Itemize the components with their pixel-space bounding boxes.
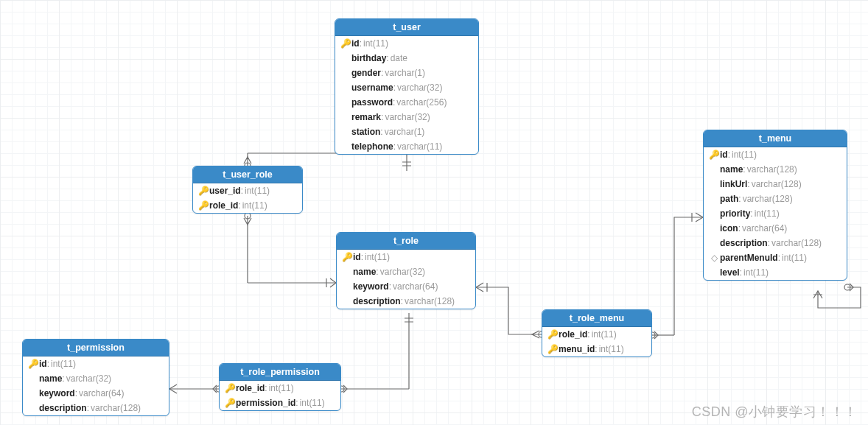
field-name: description bbox=[353, 295, 401, 307]
field-row: path:varchar(128) bbox=[704, 192, 847, 206]
entity-t-role-menu[interactable]: t_role_menu 🔑role_id:int(11)🔑menu_id:int… bbox=[542, 309, 652, 357]
field-name: level bbox=[720, 267, 740, 278]
entity-t-role[interactable]: t_role 🔑id:int(11)name:varchar(32)keywor… bbox=[336, 232, 476, 309]
field-type: varchar(128) bbox=[405, 295, 455, 307]
field-separator: : bbox=[401, 295, 403, 307]
field-row: level:int(11) bbox=[704, 265, 847, 280]
field-row: birthday:date bbox=[335, 51, 478, 66]
field-type: varchar(256) bbox=[396, 96, 447, 108]
field-list: 🔑id:int(11)name:varchar(128)linkUrl:varc… bbox=[704, 147, 847, 280]
entity-t-user-role[interactable]: t_user_role 🔑user_id:int(11)🔑role_id:int… bbox=[192, 166, 303, 214]
field-name: path bbox=[720, 193, 738, 205]
field-name: keyword bbox=[39, 387, 75, 399]
field-row: icon:varchar(64) bbox=[704, 221, 847, 236]
field-separator: : bbox=[380, 126, 382, 138]
field-separator: : bbox=[376, 266, 378, 278]
field-list: 🔑role_id:int(11)🔑menu_id:int(11) bbox=[542, 327, 651, 356]
field-type: varchar(1) bbox=[385, 126, 425, 138]
entity-t-role-permission[interactable]: t_role_permission 🔑role_id:int(11)🔑permi… bbox=[219, 363, 341, 411]
field-row: 🔑role_id:int(11) bbox=[193, 198, 302, 213]
key-icon: 🔑 bbox=[224, 397, 236, 409]
field-name: station bbox=[351, 126, 380, 138]
field-name: telephone bbox=[351, 141, 393, 152]
field-type: varchar(1) bbox=[385, 67, 425, 79]
field-row: linkUrl:varchar(128) bbox=[704, 177, 847, 192]
field-type: varchar(64) bbox=[742, 222, 787, 234]
key-icon: 🔑 bbox=[340, 38, 351, 49]
field-type: int(11) bbox=[245, 185, 270, 197]
field-type: varchar(32) bbox=[380, 266, 425, 278]
entity-t-permission[interactable]: t_permission 🔑id:int(11)name:varchar(32)… bbox=[22, 339, 169, 416]
field-row: username:varchar(32) bbox=[335, 80, 478, 95]
field-row: description:varchar(128) bbox=[337, 294, 475, 309]
entity-title: t_menu bbox=[704, 130, 847, 147]
key-icon: 🔑 bbox=[224, 382, 236, 394]
key-icon: 🔑 bbox=[27, 358, 39, 370]
field-type: varchar(32) bbox=[385, 111, 430, 123]
field-separator: : bbox=[62, 373, 64, 384]
field-row: name:varchar(128) bbox=[704, 162, 847, 177]
entity-title: t_role_permission bbox=[220, 364, 340, 381]
field-type: varchar(32) bbox=[66, 373, 111, 384]
field-separator: : bbox=[587, 329, 589, 340]
field-row: priority:int(11) bbox=[704, 206, 847, 221]
field-separator: : bbox=[295, 397, 298, 409]
field-name: linkUrl bbox=[720, 178, 747, 190]
field-name: name bbox=[39, 373, 62, 384]
field-name: role_id bbox=[559, 329, 587, 340]
field-name: keyword bbox=[353, 281, 389, 292]
entity-title: t_user_role bbox=[193, 166, 302, 183]
key-icon: 🔑 bbox=[547, 343, 559, 355]
field-separator: : bbox=[747, 178, 749, 190]
entity-t-user[interactable]: t_user 🔑id:int(11)birthday:dategender:va… bbox=[335, 18, 479, 155]
field-row: gender:varchar(1) bbox=[335, 66, 478, 80]
field-type: int(11) bbox=[599, 343, 624, 355]
field-name: menu_id bbox=[559, 343, 595, 355]
field-type: int(11) bbox=[743, 267, 769, 278]
field-separator: : bbox=[393, 96, 395, 108]
field-type: varchar(11) bbox=[397, 141, 442, 152]
field-name: name bbox=[720, 164, 743, 175]
field-type: varchar(32) bbox=[397, 82, 442, 94]
field-type: varchar(128) bbox=[771, 237, 822, 249]
field-list: 🔑id:int(11)name:varchar(32)keyword:varch… bbox=[23, 356, 169, 415]
field-row: description:varchar(128) bbox=[23, 401, 169, 415]
field-row: name:varchar(32) bbox=[337, 264, 475, 279]
field-separator: : bbox=[393, 141, 396, 152]
field-separator: : bbox=[728, 149, 730, 161]
field-type: varchar(128) bbox=[747, 164, 797, 175]
field-separator: : bbox=[750, 208, 752, 219]
entity-title: t_role bbox=[337, 233, 475, 250]
field-separator: : bbox=[738, 222, 741, 234]
field-row: name:varchar(32) bbox=[23, 371, 169, 386]
field-list: 🔑id:int(11)name:varchar(32)keyword:varch… bbox=[337, 250, 475, 309]
field-name: username bbox=[351, 82, 393, 94]
field-row: keyword:varchar(64) bbox=[337, 279, 475, 294]
field-row: station:varchar(1) bbox=[335, 124, 478, 139]
field-name: password bbox=[351, 96, 393, 108]
field-type: int(11) bbox=[592, 329, 617, 340]
field-row: 🔑id:int(11) bbox=[337, 250, 475, 264]
field-separator: : bbox=[393, 82, 396, 94]
field-name: role_id bbox=[236, 382, 265, 394]
field-name: gender bbox=[351, 67, 381, 79]
field-row: telephone:varchar(11) bbox=[335, 139, 478, 154]
field-separator: : bbox=[241, 185, 243, 197]
diamond-icon: ◇ bbox=[708, 252, 720, 264]
field-separator: : bbox=[47, 358, 49, 370]
field-separator: : bbox=[778, 252, 780, 264]
field-row: 🔑id:int(11) bbox=[23, 356, 169, 371]
key-icon: 🔑 bbox=[708, 149, 720, 161]
field-name: id bbox=[351, 38, 360, 49]
field-row: 🔑menu_id:int(11) bbox=[542, 342, 651, 356]
entity-title: t_permission bbox=[23, 340, 169, 356]
field-type: date bbox=[391, 52, 407, 64]
field-separator: : bbox=[381, 67, 383, 79]
field-type: varchar(128) bbox=[91, 402, 141, 414]
field-name: icon bbox=[720, 222, 738, 234]
entity-t-menu[interactable]: t_menu 🔑id:int(11)name:varchar(128)linkU… bbox=[703, 130, 847, 281]
field-type: varchar(64) bbox=[79, 387, 124, 399]
field-type: varchar(128) bbox=[752, 178, 802, 190]
field-separator: : bbox=[595, 343, 597, 355]
field-separator: : bbox=[740, 267, 742, 278]
